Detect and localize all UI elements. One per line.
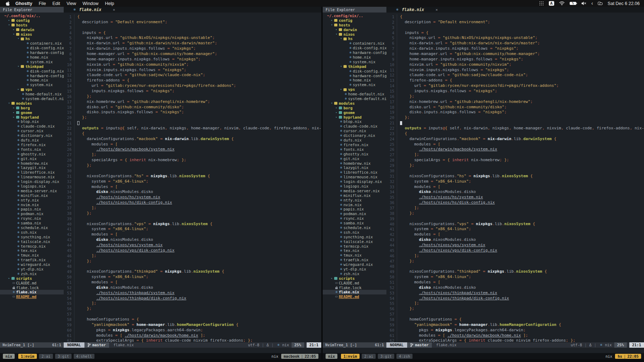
tree-item-zsh.nix[interactable]: ❄zsh.nix [323, 272, 386, 276]
chevron-down-icon[interactable]: ▾ [330, 101, 334, 106]
code-line-50[interactable]: 50 system = "x86_64-linux"; [64, 274, 321, 280]
tree-folder-thinkpad[interactable]: ▾thinkpad [323, 64, 386, 69]
code-line-30[interactable]: 30 [64, 168, 321, 174]
code-line-34[interactable]: 34 disko.nixosModules.disko [64, 189, 321, 195]
tree-item-homebrew.nix[interactable]: ❄homebrew.nix [323, 161, 386, 166]
chevron-right-icon[interactable]: ▸ [11, 28, 16, 32]
code-line-35[interactable]: 35 ./hosts/nixos/hs/system.nix [386, 195, 644, 200]
code-line-60[interactable]: 60 pkgs = nixpkgs.legacyPackages.aarch64… [386, 328, 644, 333]
tree-item-nvim.nix[interactable]: ❄nvim.nix [323, 203, 386, 207]
tree-folder-modules[interactable]: ▾modules [323, 101, 386, 106]
code-line-12[interactable]: 12 claude-code.url = "github:sadjow/clau… [386, 73, 644, 78]
code-line-42[interactable]: 42 modules = [ [64, 232, 321, 237]
tree-item-flake.nix[interactable]: ❄flake.nix [323, 290, 386, 294]
chevron-right-icon[interactable]: ▸ [16, 87, 21, 92]
tree-item-podman.nix[interactable]: ❄podman.nix [323, 212, 386, 216]
tree-folder-hyprland[interactable]: ▸hyprland [323, 115, 386, 120]
code-line-25[interactable]: 25 modules = [ [64, 142, 321, 147]
tree-folder-hyprland[interactable]: ▸hyprland [0, 115, 64, 120]
nvim-tree[interactable]: ~/.config/nix/..▸config▾hosts▸darwin▾nix… [0, 13, 64, 342]
tree-item-README.md[interactable]: ▭README.md [323, 294, 386, 299]
code-line-17[interactable]: 17 nix-homebrew.url = "github:zhaofengli… [64, 99, 321, 105]
tree-item-media-server.nix[interactable]: ❄media-server.nix [323, 189, 386, 193]
nvim-tree[interactable]: ~/.config/nix/..▸config▾hosts▸darwin▾nix… [323, 13, 386, 342]
tmux-window-4:shell[interactable]: 4:shell [74, 354, 94, 359]
tree-item-disk-config.nix[interactable]: ❄disk-config.nix [0, 69, 64, 74]
tree-item-zsh.nix[interactable]: ❄zsh.nix [0, 272, 64, 276]
tree-item-CLAUDE.md[interactable]: ▭CLAUDE.md [323, 281, 386, 286]
code-line-6[interactable]: 6 nix-darwin.url = "github:nix-darwin/ni… [386, 41, 644, 46]
tmux-window-3:git[interactable]: 3:git [378, 354, 394, 359]
tree-item-firefox.nix[interactable]: ❄firefox.nix [323, 143, 386, 147]
code-line-26[interactable]: 26 ./hosts/darwin/macbook/system.nix [64, 147, 321, 152]
tree-item-papis.nix[interactable]: ❄papis.nix [323, 207, 386, 212]
chevron-right-icon[interactable]: ▸ [334, 106, 339, 110]
tree-item-yt-dlp.nix[interactable]: ❄yt-dlp.nix [323, 267, 386, 272]
tab-close-icon[interactable]: × [113, 8, 115, 12]
code-line-57[interactable]: 57 [386, 312, 644, 317]
code-line-51[interactable]: 51 modules = [ [386, 280, 644, 285]
tree-item-libreoffice.nix[interactable]: ❄libreoffice.nix [0, 170, 64, 175]
code-line-47[interactable]: 47 }; [64, 259, 321, 264]
code-line-43[interactable]: 43 disko.nixosModules.disko [64, 237, 321, 243]
code-line-5[interactable]: 5 nixpkgs.url = "github:NixOS/nixpkgs/ni… [386, 35, 644, 41]
code-editor[interactable]: 1{2 description = "Default environment";… [386, 13, 644, 342]
tree-item-tmux.nix[interactable]: ❄tmux.nix [323, 253, 386, 258]
code-line-5[interactable]: 5 nixpkgs.url = "github:NixOS/nixpkgs/ni… [64, 35, 321, 41]
code-line-1[interactable]: 1{ [386, 14, 644, 20]
chevron-down-icon[interactable]: ▾ [334, 32, 339, 37]
tree-item-miniflux.nix[interactable]: ❄miniflux.nix [0, 193, 64, 198]
code-line-19[interactable]: 19 disko.inputs.nixpkgs.follows = "nixpk… [64, 110, 321, 115]
code-line-25[interactable]: 25 modules = [ [386, 142, 644, 147]
code-line-37[interactable]: 37 ]; [386, 205, 644, 211]
tree-folder-thinkpad[interactable]: ▾thinkpad [0, 64, 64, 69]
tree-item-~/.config/nix/..[interactable]: ~/.config/nix/.. [0, 14, 64, 18]
code-line-17[interactable]: 17 nix-homebrew.url = "github:zhaofengli… [386, 99, 644, 105]
battery-charging-icon[interactable]: ϟ [570, 2, 576, 5]
chevron-down-icon[interactable]: ▾ [330, 23, 334, 28]
code-line-53[interactable]: 53 ./hosts/nixos/thinkpad/system.nix [64, 291, 321, 296]
code-line-61[interactable]: 61 modules = [ ./hosts/darwin/macbook/ho… [64, 333, 321, 338]
code-line-8[interactable]: 8 home-manager.url = "github:nix-communi… [64, 51, 321, 57]
tree-folder-scripts[interactable]: ▸scripts [323, 276, 386, 281]
tab-flake-nix[interactable]: ❄ flake.nix × [72, 7, 115, 12]
tmux-window-2:ai[interactable]: 2:ai [39, 354, 53, 359]
code-line-23[interactable]: 23 { [386, 131, 644, 137]
tree-item-traefik.nix[interactable]: ❄traefik.nix [323, 258, 386, 262]
chevron-down-icon[interactable]: ▾ [11, 32, 16, 37]
chevron-right-icon[interactable]: ▸ [330, 276, 334, 281]
menu-item-help[interactable]: Help [105, 1, 114, 6]
code-line-11[interactable]: 11 nixvim.inputs.nixpkgs.follows = "nixp… [64, 68, 321, 73]
chevron-right-icon[interactable]: ▸ [339, 87, 343, 92]
tree-item-system.nix[interactable]: ❄system.nix [0, 60, 64, 64]
tree-item-home.nix[interactable]: ❄home.nix [0, 78, 64, 83]
code-line-62[interactable]: 62 extraSpecialArgs = { inherit claude-c… [64, 338, 321, 342]
chevron-down-icon[interactable]: ▾ [16, 64, 21, 69]
chevron-right-icon[interactable]: ▸ [11, 110, 16, 115]
vim-command-line[interactable] [323, 348, 644, 353]
tree-item-termscp.nix[interactable]: ❄termscp.nix [0, 244, 64, 249]
code-line-4[interactable]: 4 inputs = { [64, 30, 321, 36]
code-line-21[interactable]: 21 [386, 120, 644, 126]
tree-folder-hs[interactable]: ▾hs [323, 36, 386, 41]
menu-item-file[interactable]: File [39, 1, 46, 6]
code-line-8[interactable]: 8 home-manager.url = "github:nix-communi… [386, 51, 644, 57]
code-line-36[interactable]: 36 ./hosts/nixos/hs/disk-config.nix [64, 200, 321, 205]
code-line-48[interactable]: 48 [386, 264, 644, 269]
menu-item-window[interactable]: Window [83, 1, 98, 6]
code-line-10[interactable]: 10 nixvim.url = "github:nix-community/ni… [386, 62, 644, 68]
tree-item-git.nix[interactable]: ❄git.nix [323, 157, 386, 161]
tree-folder-vps[interactable]: ▸vps [323, 87, 386, 92]
tree-item-system-default.nix[interactable]: ❄system-default.nix [323, 96, 386, 101]
tree-item-README.md[interactable]: ▭README.md [0, 294, 64, 299]
tmux-window-1:nvim[interactable]: 1:nvim [18, 354, 37, 359]
tree-item-miniflux.nix[interactable]: ❄miniflux.nix [323, 193, 386, 198]
code-line-54[interactable]: 54 ./hosts/nixos/thinkpad/disk-config.ni… [386, 296, 644, 301]
code-line-59[interactable]: 59 "yanlin@macbook" = home-manager.lib.h… [386, 322, 644, 328]
chevron-down-icon[interactable]: ▾ [7, 23, 11, 28]
code-line-44[interactable]: 44 ./hosts/nixos/vps/system.nix [64, 243, 321, 248]
code-line-27[interactable]: 27 ]; [386, 152, 644, 158]
tree-item-syncthing.nix[interactable]: ❄syncthing.nix [0, 235, 64, 239]
tree-item-wireguard.nix[interactable]: ❄wireguard.nix [0, 262, 64, 267]
code-line-1[interactable]: 1{ [64, 14, 321, 20]
